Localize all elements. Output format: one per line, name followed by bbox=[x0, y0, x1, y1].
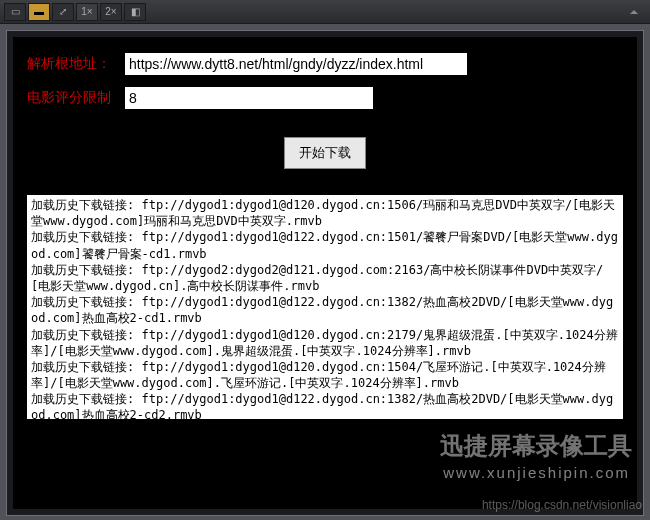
dev-toolbar: ▭ ▬ ⤢ 1× 2× ◧ bbox=[0, 0, 650, 24]
rating-label: 电影评分限制 bbox=[27, 89, 125, 107]
rating-row: 电影评分限制 bbox=[27, 87, 623, 109]
zoom-1x-button[interactable]: 1× bbox=[76, 3, 98, 21]
select-tool-button[interactable]: ▬ bbox=[28, 3, 50, 21]
url-label: 解析根地址： bbox=[27, 55, 125, 73]
start-label: 开始下载 bbox=[299, 145, 351, 160]
url-input[interactable] bbox=[125, 53, 467, 75]
zoom-2x-label: 2× bbox=[105, 6, 116, 17]
zoom-1x-label: 1× bbox=[81, 6, 92, 17]
log-output[interactable]: 加载历史下载链接: ftp://dygod1:dygod1@d120.dygod… bbox=[27, 195, 623, 419]
pointer-tool-button[interactable]: ▭ bbox=[4, 3, 26, 21]
button-row: 开始下载 bbox=[27, 137, 623, 169]
rating-input[interactable] bbox=[125, 87, 373, 109]
start-download-button[interactable]: 开始下载 bbox=[284, 137, 366, 169]
inspect-tool-button[interactable]: ⤢ bbox=[52, 3, 74, 21]
app-body: 解析根地址： 电影评分限制 开始下载 加载历史下载链接: ftp://dygod… bbox=[13, 37, 637, 509]
url-row: 解析根地址： bbox=[27, 53, 623, 75]
app-window: 解析根地址： 电影评分限制 开始下载 加载历史下载链接: ftp://dygod… bbox=[6, 30, 644, 516]
collapse-icon[interactable] bbox=[630, 10, 638, 14]
zoom-2x-button[interactable]: 2× bbox=[100, 3, 122, 21]
color-tool-button[interactable]: ◧ bbox=[124, 3, 146, 21]
